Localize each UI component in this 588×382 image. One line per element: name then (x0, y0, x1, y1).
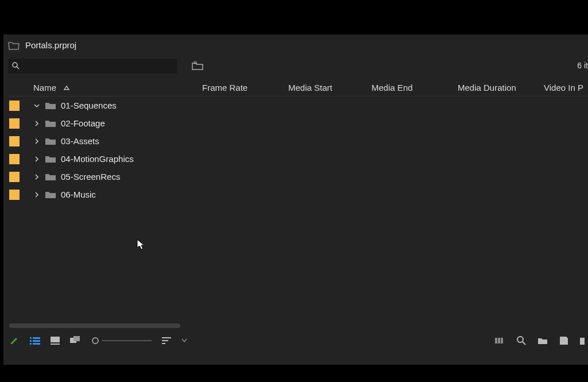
folder-icon (45, 155, 56, 164)
bin-tree-cell: 06-Music (30, 190, 202, 199)
svg-rect-22 (560, 337, 568, 345)
pencil-icon[interactable] (9, 335, 20, 346)
svg-rect-23 (580, 338, 585, 345)
bin-tree-cell: 03-Assets (30, 136, 202, 146)
svg-rect-19 (501, 338, 503, 344)
svg-rect-4 (30, 337, 32, 339)
folder-icon (45, 119, 56, 128)
search-row: 6 it (8, 59, 588, 74)
bin-row[interactable]: 06-Music (8, 186, 588, 203)
new-bin-icon[interactable] (537, 337, 548, 345)
find-icon[interactable] (517, 336, 526, 345)
table-header: Name Frame Rate Media Start Media End Me… (8, 79, 588, 97)
bin-row[interactable]: 03-Assets (8, 132, 588, 150)
new-item-icon[interactable] (559, 336, 568, 345)
bin-row[interactable]: 02-Footage (8, 114, 588, 132)
slider-track[interactable] (102, 340, 152, 341)
automate-sequence-icon[interactable] (495, 337, 505, 345)
search-input[interactable] (23, 62, 177, 71)
bin-tree-cell: 02-Footage (30, 118, 202, 128)
bin-label: 06-Music (61, 190, 96, 199)
project-title-row: Portals.prproj (8, 40, 76, 50)
search-icon (11, 61, 20, 71)
filter-bins-icon[interactable] (192, 61, 203, 72)
bin-tree-cell: 04-MotionGraphics (30, 154, 202, 164)
svg-rect-5 (33, 337, 40, 339)
svg-point-20 (517, 337, 523, 342)
label-swatch[interactable] (8, 172, 30, 182)
svg-rect-17 (495, 338, 497, 344)
bin-row[interactable]: 01-Sequences (8, 97, 588, 114)
svg-rect-9 (33, 343, 40, 345)
folder-icon (45, 137, 56, 146)
svg-rect-11 (51, 344, 60, 345)
thumbnail-size-slider[interactable] (92, 337, 152, 344)
chevron-right-icon[interactable] (33, 138, 40, 144)
sort-icon[interactable] (162, 337, 171, 345)
bottom-right-tools (495, 336, 585, 345)
bin-row[interactable]: 04-MotionGraphics (8, 150, 588, 168)
bin-label: 04-MotionGraphics (61, 154, 134, 164)
svg-point-0 (13, 63, 17, 67)
bin-tree-cell: 01-Sequences (30, 101, 202, 110)
project-panel: Portals.prproj 6 it Name Frame Rate Medi… (3, 34, 588, 365)
svg-rect-10 (51, 337, 60, 342)
bin-label: 05-ScreenRecs (61, 172, 120, 182)
label-swatch[interactable] (8, 101, 30, 111)
freeform-view-icon[interactable] (70, 336, 82, 345)
bin-tree-cell: 05-ScreenRecs (30, 172, 202, 182)
svg-rect-8 (30, 343, 32, 345)
bottom-toolbar (3, 331, 588, 350)
trash-icon[interactable] (580, 336, 585, 345)
header-frame-rate[interactable]: Frame Rate (202, 83, 288, 92)
chevron-right-icon[interactable] (33, 121, 40, 126)
label-swatch[interactable] (8, 136, 30, 146)
list-view-icon[interactable] (30, 337, 40, 345)
sort-menu-chevron-icon[interactable] (181, 338, 187, 343)
search-box[interactable] (8, 59, 177, 74)
svg-line-21 (523, 342, 525, 345)
bin-label: 01-Sequences (61, 101, 117, 110)
svg-rect-6 (30, 340, 32, 342)
header-media-duration[interactable]: Media Duration (458, 83, 544, 92)
bin-rows: 01-Sequences02-Footage03-Assets04-Motion… (8, 97, 588, 203)
sort-asc-icon (63, 85, 70, 91)
folder-icon (45, 101, 56, 110)
header-video-in[interactable]: Video In P (544, 83, 588, 92)
project-bin-icon (8, 41, 20, 50)
project-title: Portals.prproj (25, 40, 76, 50)
label-swatch[interactable] (8, 118, 30, 129)
chevron-right-icon[interactable] (33, 174, 40, 180)
folder-icon (45, 190, 56, 199)
bin-row[interactable]: 05-ScreenRecs (8, 168, 588, 186)
label-swatch[interactable] (8, 154, 30, 164)
label-swatch[interactable] (8, 190, 30, 200)
chevron-down-icon[interactable] (33, 103, 40, 109)
chevron-right-icon[interactable] (33, 192, 40, 198)
header-media-start[interactable]: Media Start (288, 83, 372, 92)
svg-rect-7 (33, 340, 40, 342)
svg-line-1 (17, 67, 19, 69)
svg-point-2 (194, 61, 196, 64)
chevron-right-icon[interactable] (33, 156, 40, 162)
icon-view-icon[interactable] (51, 337, 60, 345)
slider-knob-icon[interactable] (92, 337, 99, 344)
item-count: 6 it (577, 61, 588, 70)
header-name[interactable]: Name (30, 83, 202, 92)
header-media-end[interactable]: Media End (372, 83, 458, 92)
header-name-label: Name (33, 83, 56, 92)
bin-label: 03-Assets (61, 136, 99, 146)
horizontal-scrollbar[interactable] (9, 323, 180, 328)
folder-icon (45, 172, 56, 182)
svg-rect-18 (498, 338, 500, 344)
svg-rect-13 (74, 336, 80, 341)
bin-label: 02-Footage (61, 118, 105, 128)
